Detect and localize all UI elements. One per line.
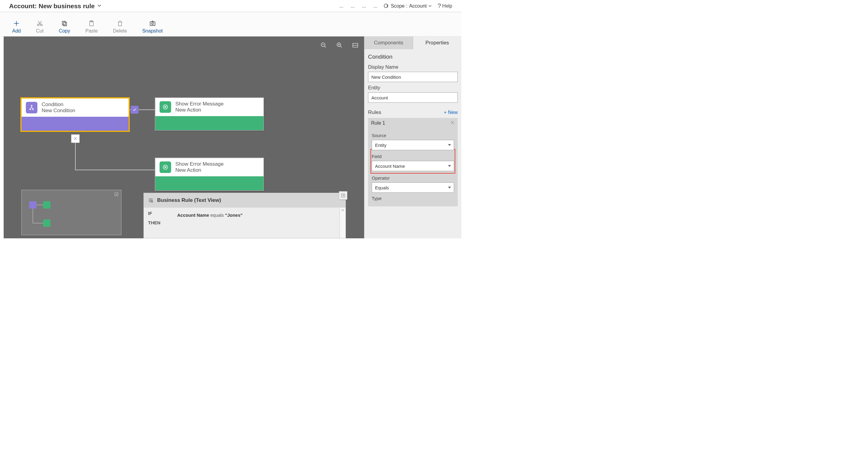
properties-panel: Components Properties Condition Display … [364,36,461,238]
textview-then: THEN [148,220,341,225]
validate-menu-icon[interactable]: ... [349,3,355,9]
trash-icon [117,20,123,26]
textview-body: IF Account Name equals "Jones" THEN [144,208,346,228]
svg-rect-9 [64,22,67,26]
delete-label: Delete [113,28,127,34]
error-action-icon [160,161,171,173]
scope-label: Scope : [391,3,407,9]
title-prefix: Account: [9,2,37,10]
activate-menu-icon[interactable]: ... [372,3,377,9]
toolbar: Add Cut Copy Paste Delete Snapshot [0,12,461,36]
entity-label: Entity [368,85,458,91]
tab-properties[interactable]: Properties [413,36,461,49]
rules-label: Rules [368,110,381,116]
svg-point-19 [30,109,31,110]
svg-rect-13 [150,22,155,26]
add-label: Add [12,28,21,34]
connector-line [75,170,156,170]
type-label: Type [372,196,454,201]
operator-select[interactable] [372,182,454,193]
header-bar: Account: New business rule ... ... ... .… [0,0,461,12]
svg-rect-8 [62,21,65,25]
scissors-icon [37,20,43,26]
condition-node[interactable]: Condition New Condition [20,97,130,132]
textview-scrollbar[interactable] [339,208,346,238]
textview-condition-line: Account Name equals "Jones" [177,212,243,218]
rule-fields: Source Field Operator Type [368,128,458,206]
error-action-icon [160,101,171,113]
action-node[interactable]: Show Error Message New Action [155,157,264,191]
title-chevron-icon[interactable] [98,4,101,8]
paste-label: Paste [85,28,98,34]
camera-icon [150,20,156,26]
svg-point-14 [152,23,153,25]
rule-header[interactable]: Rule 1 [368,118,458,128]
page-title[interactable]: Account: New business rule [9,2,101,10]
node-subtitle: New Action [175,167,224,173]
canvas-stage[interactable]: Condition New Condition Show Error Messa… [4,36,364,238]
entity-input[interactable] [368,92,458,103]
snapshot-button[interactable]: Snapshot [142,20,163,34]
cut-label: Cut [36,28,43,34]
plus-icon [13,20,20,26]
copy-label: Copy [59,28,70,34]
false-branch-icon[interactable] [71,134,80,143]
help-button[interactable]: ? Help [438,2,452,9]
source-select[interactable] [372,140,454,150]
paste-icon [88,20,95,26]
field-select[interactable] [372,161,454,171]
textview-title: Business Rule (Text View) [157,197,221,203]
tab-components[interactable]: Components [364,36,413,49]
display-name-input[interactable] [368,72,458,82]
help-label: Help [442,3,452,9]
scope-selector[interactable]: Scope : Account [383,3,432,9]
stage-controls [320,42,359,50]
textview-popout-icon[interactable] [339,191,347,200]
cut-button[interactable]: Cut [36,20,43,34]
field-highlight: Field [372,150,454,172]
display-name-label: Display Name [368,64,458,70]
zoom-out-button[interactable] [320,42,327,50]
node-subtitle: New Action [175,107,224,113]
node-title: Condition [42,101,75,108]
node-title: Show Error Message [175,101,224,107]
zoom-in-button[interactable] [336,42,343,50]
add-button[interactable]: Add [12,20,21,34]
rule-remove-icon[interactable] [451,120,455,126]
fit-screen-button[interactable] [352,42,359,50]
props-section-title: Condition [368,54,458,60]
node-title: Show Error Message [175,161,224,167]
properties-tabs: Components Properties [364,36,461,49]
rule-title: Rule 1 [371,120,385,126]
new-rule-button[interactable]: + New [444,110,458,115]
action-node[interactable]: Show Error Message New Action [155,97,264,131]
text-view-panel: Business Rule (Text View) IF Account Nam… [144,193,346,238]
snapshot-label: Snapshot [142,28,163,34]
node-subtitle: New Condition [42,108,75,114]
copy-button[interactable]: Copy [59,20,70,34]
saveas-menu-icon[interactable]: ... [361,3,366,9]
main: Condition New Condition Show Error Messa… [0,36,461,238]
true-branch-icon[interactable] [131,106,138,114]
operator-label: Operator [372,175,454,181]
minimap[interactable] [21,190,122,235]
svg-point-20 [33,109,34,110]
delete-button[interactable]: Delete [113,20,127,34]
svg-rect-12 [119,22,122,26]
condition-icon [26,102,37,113]
save-menu-icon[interactable]: ... [338,3,343,9]
copy-icon [61,20,67,26]
field-label: Field [372,154,454,159]
header-actions: ... ... ... ... Scope : Account ? Help [338,2,452,9]
svg-point-18 [31,105,32,107]
minimap-collapse-icon[interactable] [114,192,119,197]
source-label: Source [372,133,454,138]
title-text: New business rule [39,2,95,10]
scope-value: Account [409,3,427,9]
paste-button[interactable]: Paste [85,20,98,34]
textview-header: Business Rule (Text View) [144,193,346,208]
